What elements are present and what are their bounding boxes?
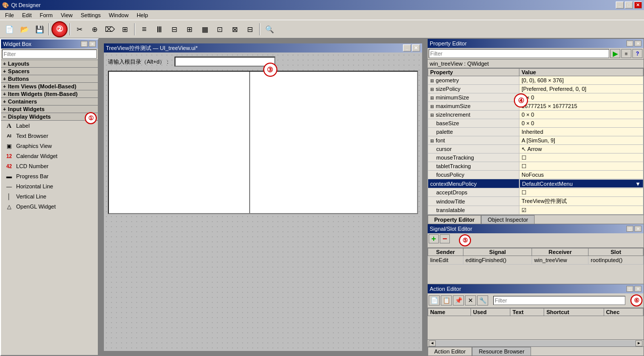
layout-v-button[interactable]: ≡	[137, 22, 151, 36]
prop-filter-green-button[interactable]: ▶	[610, 49, 620, 58]
ae-new-button[interactable]: 📄	[429, 295, 440, 306]
signal-slot-float-button[interactable]: ◫	[626, 226, 633, 232]
widget-box-title-buttons: ◫ ✕	[81, 41, 96, 47]
widget-item-vertical-line[interactable]: │ Vertical Line	[1, 191, 98, 201]
select-button[interactable]: ✂	[73, 22, 87, 36]
widget-item-calendar[interactable]: 12 Calendar Widget	[1, 151, 98, 161]
menu-bar: File Edit Form View Settings Window Help	[0, 10, 644, 20]
minimize-button[interactable]: _	[616, 2, 624, 9]
category-containers[interactable]: + Containers	[1, 98, 98, 106]
layout-h-button[interactable]: ⫼	[152, 22, 166, 36]
menu-window[interactable]: Window	[105, 11, 133, 19]
property-editor-close-button[interactable]: ✕	[634, 40, 641, 46]
menu-settings[interactable]: Settings	[77, 11, 105, 19]
menu-view[interactable]: View	[56, 11, 77, 19]
prop-filter-help-button[interactable]: ?	[632, 49, 642, 58]
category-item-views[interactable]: + Item Views (Model-Based)	[1, 83, 98, 90]
new-button[interactable]: 📄	[2, 22, 16, 36]
open-button[interactable]: 📂	[17, 22, 31, 36]
form-input[interactable]	[174, 57, 275, 67]
widget-item-opengl[interactable]: △ OpenGL Widget	[1, 201, 98, 212]
scroll-left-button[interactable]: ◄	[429, 340, 436, 346]
close-button[interactable]: ✕	[634, 2, 642, 9]
layout-break[interactable]: ⊠	[228, 22, 242, 36]
ae-copy-button[interactable]: 📋	[441, 295, 452, 306]
prop-minimumsize-value: 0 × 0	[519, 93, 643, 102]
toolbar-separator-1	[48, 23, 49, 35]
category-item-widgets[interactable]: + Item Widgets (Item-Based)	[1, 90, 98, 98]
action-editor-header-buttons: ◫ ✕	[626, 286, 641, 292]
buddy-button[interactable]: ⊞	[118, 22, 132, 36]
prop-row-contextmenupolicy[interactable]: contextMenuPolicy DefaultContextMenu ▼	[428, 179, 643, 188]
action-editor-float-button[interactable]: ◫	[626, 286, 633, 292]
layout-grid[interactable]: ▦	[198, 22, 212, 36]
widget-item-horizontal-line[interactable]: ― Horizontal Line	[1, 181, 98, 191]
menu-help[interactable]: Help	[133, 11, 152, 19]
action-editor-filter[interactable]	[493, 296, 625, 305]
category-buttons[interactable]: + Buttons	[1, 75, 98, 83]
category-layouts[interactable]: + Layouts	[1, 60, 98, 68]
category-display-widgets[interactable]: − Display Widgets ①	[1, 113, 98, 121]
ae-col-chec: Chec	[604, 309, 643, 316]
layout-none[interactable]: ⊟	[243, 22, 257, 36]
tab-action-editor[interactable]: Action Editor	[428, 347, 472, 355]
expand-sizepolicy-icon[interactable]: ⊞	[430, 87, 434, 92]
maximize-button[interactable]: □	[625, 2, 633, 9]
expand-font-icon[interactable]: ⊞	[430, 138, 434, 143]
ae-delete-button[interactable]: ✕	[465, 295, 476, 306]
prop-cursor-value: ↖ Arrow	[519, 145, 643, 154]
toolbar-circle-2[interactable]: ②	[51, 21, 68, 37]
widget-item-progress-bar[interactable]: ▬ Progress Bar	[1, 171, 98, 181]
expand-sizeincrement-icon[interactable]: ⊞	[430, 113, 434, 118]
property-filter-input[interactable]	[429, 49, 609, 58]
expand-maximumsize-icon[interactable]: ⊞	[430, 104, 434, 109]
save-button[interactable]: 💾	[32, 22, 46, 36]
widget-item-text-browser[interactable]: AI Text Browser	[1, 131, 98, 141]
prop-geometry-value: [0, 0), 608 × 376]	[519, 76, 643, 85]
action-editor-close-button[interactable]: ✕	[634, 286, 641, 292]
menu-edit[interactable]: Edit	[18, 11, 36, 19]
tab-button[interactable]: ⌦	[103, 22, 117, 36]
prop-translatable-value: ☑	[519, 206, 643, 215]
widget-box-float-button[interactable]: ◫	[81, 41, 88, 47]
annotation-5: ⑤	[459, 234, 471, 246]
signal-slot-add-button[interactable]: +	[429, 234, 439, 243]
action-editor-scrollbar[interactable]: ◄ ►	[428, 339, 643, 346]
pointer-button[interactable]: ⊕	[88, 22, 102, 36]
widget-item-label[interactable]: A Label	[1, 121, 98, 131]
signal-slot-table: Sender Signal Receiver Slot lineEdit edi…	[428, 248, 643, 284]
expand-geometry-icon[interactable]: ⊞	[430, 78, 434, 83]
ae-paste-button[interactable]: 📌	[453, 295, 464, 306]
category-display-widgets-label: Display Widgets	[8, 114, 51, 120]
widget-box-close-button[interactable]: ✕	[89, 41, 96, 47]
inner-close-button[interactable]: ✕	[412, 44, 420, 52]
filter-input[interactable]	[2, 49, 97, 59]
layout-split-h[interactable]: ⊟	[167, 22, 182, 36]
prop-filter-list-button[interactable]: ≡	[621, 49, 631, 58]
expand-minimumsize-icon[interactable]: ⊞	[430, 95, 434, 100]
widget-item-lcd[interactable]: 42 LCD Number	[1, 161, 98, 171]
scroll-right-button[interactable]: ►	[635, 340, 642, 346]
widget-item-graphics-view[interactable]: ▣ Graphics View	[1, 141, 98, 151]
category-layouts-label: Layouts	[8, 61, 29, 67]
tab-property-editor[interactable]: Property Editor	[428, 215, 481, 224]
prop-contextmenupolicy-dropdown-icon[interactable]: ▼	[635, 181, 641, 187]
preview-button[interactable]: 🔍	[262, 22, 276, 36]
ae-edit-button[interactable]: 🔧	[477, 295, 488, 306]
tab-object-inspector[interactable]: Object Inspector	[481, 215, 535, 224]
inner-minimize-button[interactable]: _	[403, 44, 411, 52]
text-browser-icon: AI	[5, 132, 13, 140]
layout-split-v[interactable]: ⊞	[183, 22, 197, 36]
signal-slot-remove-button[interactable]: −	[440, 234, 450, 243]
category-input-widgets[interactable]: + Input Widgets	[1, 106, 98, 113]
layout-form[interactable]: ⊡	[213, 22, 227, 36]
menu-file[interactable]: File	[1, 11, 18, 19]
menu-form[interactable]: Form	[36, 11, 57, 19]
prop-tablettracking-name: tabletTracking	[428, 162, 519, 171]
expand-spacers-icon: +	[3, 69, 6, 74]
property-editor-float-button[interactable]: ◫	[626, 40, 633, 46]
ss-slot-0: rootInputed()	[589, 256, 643, 265]
category-spacers[interactable]: + Spacers	[1, 68, 98, 75]
tab-resource-browser[interactable]: Resource Browser	[472, 347, 531, 355]
signal-slot-close-button[interactable]: ✕	[634, 226, 641, 232]
